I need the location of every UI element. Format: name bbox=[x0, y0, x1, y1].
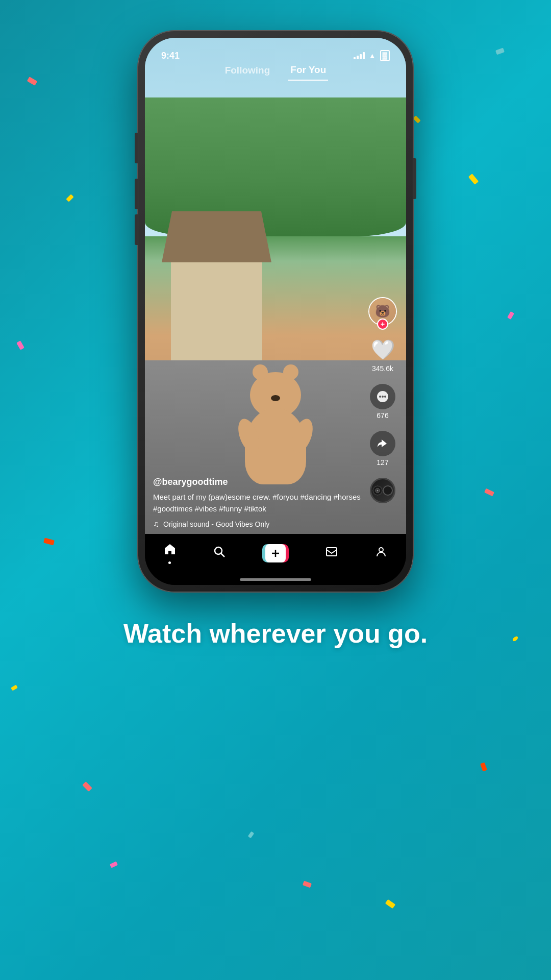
bottom-nav bbox=[145, 534, 406, 585]
wifi-icon: ▲ bbox=[369, 52, 376, 60]
music-info[interactable]: ♫ Original sound - Good Vibes Only bbox=[153, 520, 365, 529]
like-button[interactable]: 🤍 345.6k bbox=[370, 337, 395, 373]
svg-point-12 bbox=[379, 548, 383, 552]
share-count: 127 bbox=[377, 458, 388, 467]
profile-icon bbox=[374, 545, 388, 562]
svg-point-7 bbox=[215, 547, 222, 554]
nav-add[interactable] bbox=[262, 544, 289, 562]
video-caption: Meet part of my (paw)esome crew. #foryou… bbox=[153, 492, 365, 514]
home-icon bbox=[163, 543, 177, 559]
svg-point-3 bbox=[384, 396, 386, 398]
home-active-dot bbox=[168, 561, 171, 564]
nav-search[interactable] bbox=[213, 545, 226, 562]
comment-icon bbox=[370, 384, 395, 409]
like-count: 345.6k bbox=[372, 364, 393, 373]
nav-home[interactable] bbox=[163, 543, 177, 564]
follow-plus-button[interactable]: + bbox=[377, 318, 388, 330]
music-title: Original sound - Good Vibes Only bbox=[163, 520, 269, 528]
svg-line-8 bbox=[221, 553, 224, 557]
svg-point-1 bbox=[379, 396, 381, 398]
home-indicator bbox=[240, 578, 311, 581]
creator-avatar[interactable]: 🐻 + bbox=[368, 297, 397, 326]
battery-icon: ▓ bbox=[380, 50, 390, 61]
phone-shell: 9:41 ▲ ▓ Following For You bbox=[138, 31, 413, 592]
creator-username[interactable]: @bearygoodtime bbox=[153, 477, 365, 487]
status-icons: ▲ ▓ bbox=[354, 50, 390, 61]
inbox-icon bbox=[325, 545, 338, 562]
add-button[interactable] bbox=[262, 544, 289, 562]
nav-tabs: Following For You bbox=[145, 60, 406, 81]
bear-character bbox=[235, 372, 316, 484]
music-note-icon: ♫ bbox=[153, 520, 159, 529]
svg-point-2 bbox=[382, 396, 384, 398]
share-icon bbox=[370, 431, 395, 456]
status-time: 9:41 bbox=[161, 51, 180, 61]
nav-profile[interactable] bbox=[374, 545, 388, 562]
tab-for-you[interactable]: For You bbox=[288, 60, 328, 81]
share-button[interactable]: 127 bbox=[370, 431, 395, 467]
music-disc[interactable] bbox=[370, 478, 395, 503]
add-button-inner bbox=[265, 544, 286, 562]
tagline: Watch wherever you go. bbox=[93, 618, 458, 649]
svg-rect-11 bbox=[327, 548, 337, 556]
svg-point-6 bbox=[377, 490, 379, 492]
video-area[interactable] bbox=[145, 38, 406, 534]
heart-icon: 🤍 bbox=[370, 337, 395, 362]
phone-mockup: 9:41 ▲ ▓ Following For You bbox=[138, 31, 413, 592]
content-info: @bearygoodtime Meet part of my (paw)esom… bbox=[153, 477, 365, 529]
signal-icon bbox=[354, 52, 365, 59]
comment-button[interactable]: 676 bbox=[370, 384, 395, 420]
tab-following[interactable]: Following bbox=[223, 61, 272, 80]
nav-inbox[interactable] bbox=[325, 545, 338, 562]
side-actions: 🐻 + 🤍 345.6k bbox=[368, 297, 397, 503]
comment-count: 676 bbox=[377, 411, 388, 420]
search-icon bbox=[213, 545, 226, 562]
phone-screen: 9:41 ▲ ▓ Following For You bbox=[145, 38, 406, 585]
